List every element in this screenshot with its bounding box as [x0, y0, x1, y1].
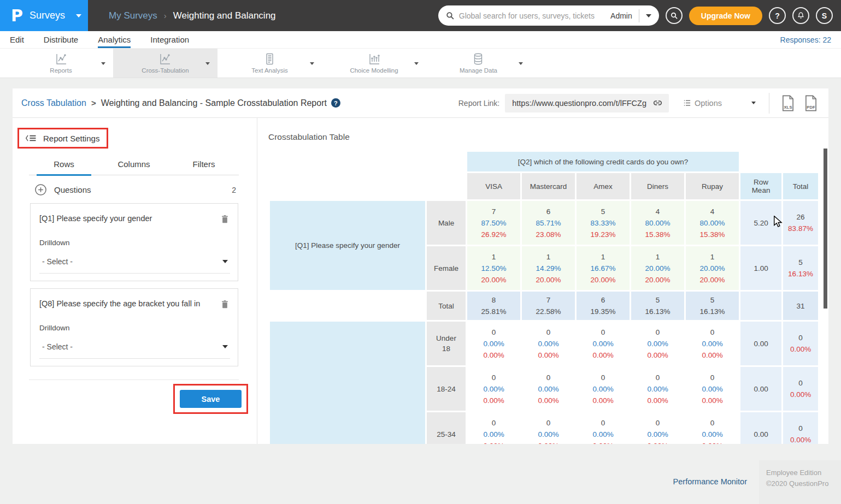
- breadcrumb: My Surveys › Weighting and Balancing: [109, 10, 276, 21]
- row-total-cell: 00.00%: [783, 367, 818, 411]
- delete-question-icon[interactable]: [220, 214, 230, 224]
- chevron-down-icon[interactable]: [310, 62, 314, 65]
- tool-text-analysis[interactable]: Text Analysis: [217, 49, 322, 78]
- report-settings-panel: Report Settings Rows Columns Filters Que…: [13, 118, 257, 444]
- crosstab-cell: 112.50%20.00%: [467, 246, 520, 290]
- report-link-url[interactable]: https://www.questionpro.com/t/lFFCZg: [512, 99, 646, 108]
- chevron-down-icon[interactable]: [101, 62, 105, 65]
- performance-monitor-link[interactable]: Performance Monitor: [673, 477, 747, 486]
- export-xls-button[interactable]: XLS: [780, 94, 796, 112]
- row-total-cell: 00.00%: [783, 322, 818, 365]
- crosstab-cell: 116.67%20.00%: [577, 246, 630, 290]
- search-input[interactable]: [455, 11, 608, 20]
- tool-reports[interactable]: Reports: [9, 49, 113, 78]
- crosstab-cell: 00.00%0.00%: [467, 322, 520, 365]
- chevron-down-icon[interactable]: [414, 62, 419, 65]
- search-icon: [445, 11, 455, 20]
- nav-integration[interactable]: Integration: [150, 31, 189, 48]
- options-dropdown[interactable]: Options: [683, 99, 756, 108]
- chevron-down-icon: [222, 260, 228, 263]
- nav-analytics[interactable]: Analytics: [98, 31, 131, 48]
- vertical-scrollbar[interactable]: [824, 149, 827, 309]
- questions-count: 2: [232, 186, 236, 194]
- crosstab-cell: 114.29%20.00%: [522, 246, 575, 290]
- export-pdf-button[interactable]: PDF: [803, 94, 819, 112]
- column-header: Rupay: [686, 173, 739, 199]
- question-text: [Q8] Please specify the age bracket you …: [39, 299, 220, 308]
- crosstab-breadcrumb-link[interactable]: Cross Tabulation: [21, 98, 86, 108]
- total-row-cell: 825.81%: [467, 292, 520, 320]
- crosstab-cell: 00.00%0.00%: [577, 367, 630, 411]
- help-button[interactable]: ?: [769, 7, 786, 24]
- crosstab-cell: 00.00%0.00%: [686, 322, 739, 365]
- search-scope[interactable]: Admin: [608, 11, 639, 20]
- row-label: Female: [427, 246, 466, 290]
- report-title: Weighting and Balancing - Sample Crossta…: [101, 98, 327, 108]
- product-logo[interactable]: P Surveys: [0, 0, 88, 31]
- tool-manage-data[interactable]: Manage Data: [426, 49, 531, 78]
- help-icon[interactable]: ?: [331, 98, 340, 108]
- save-button[interactable]: Save: [180, 390, 242, 408]
- save-annotation: Save: [173, 384, 248, 414]
- notifications-button[interactable]: [792, 7, 809, 24]
- report-link-field[interactable]: https://www.questionpro.com/t/lFFCZg: [505, 94, 669, 112]
- row-mean-cell: 5.20: [740, 201, 781, 245]
- upgrade-now-button[interactable]: Upgrade Now: [689, 7, 762, 25]
- row-mean-cell: 1.00: [740, 246, 781, 290]
- questionpro-logo-icon: P: [11, 8, 23, 24]
- tab-filters[interactable]: Filters: [169, 159, 239, 175]
- footer: Performance Monitor Employee Edition ©20…: [0, 444, 841, 504]
- crosstab-cell: 685.71%23.08%: [522, 201, 575, 245]
- row-label: 18-24: [427, 367, 466, 411]
- nav-edit[interactable]: Edit: [10, 31, 24, 48]
- crosstab-table: [Q2] which of the following credit cards…: [268, 150, 820, 444]
- row-label: 25-34: [427, 412, 466, 444]
- question-card: [Q1] Please specify your gender Drilldow…: [30, 203, 238, 281]
- questions-label: Questions: [54, 185, 91, 194]
- row-label: Male: [427, 201, 466, 245]
- drilldown-select[interactable]: - Select -: [39, 257, 230, 274]
- drilldown-select[interactable]: - Select -: [39, 342, 230, 359]
- row-label: Under 18: [427, 322, 466, 365]
- crosstab-cell: 00.00%0.00%: [467, 367, 520, 411]
- crosstab-cell: 583.33%19.23%: [577, 201, 630, 245]
- report-panel: Cross Tabulation > Weighting and Balanci…: [13, 88, 828, 444]
- chevron-down-icon[interactable]: [205, 62, 210, 65]
- breadcrumb-separator-icon: >: [91, 98, 96, 108]
- line-chart-icon: [55, 52, 68, 66]
- crosstab-cell: 480.00%15.38%: [686, 201, 739, 245]
- edition-box: Employee Edition ©2020 QuestionPro: [759, 460, 841, 504]
- question-label-cell: [Q1] Please specify your gender: [270, 201, 425, 290]
- add-question-icon[interactable]: [34, 183, 47, 196]
- row-mean-cell: 0.00: [740, 367, 781, 411]
- row-mean-cell: [740, 292, 781, 320]
- collapse-panel-icon[interactable]: [25, 133, 37, 143]
- delete-question-icon[interactable]: [220, 299, 230, 310]
- row-mean-header: Row Mean: [740, 173, 781, 199]
- divider: [769, 93, 769, 114]
- breadcrumb-my-surveys[interactable]: My Surveys: [109, 10, 157, 21]
- question-mark-icon: ?: [775, 11, 780, 20]
- line-chart-icon: [158, 52, 172, 66]
- report-settings-title[interactable]: Report Settings: [43, 134, 99, 143]
- chevron-down-icon[interactable]: [519, 62, 523, 65]
- search-button[interactable]: [666, 7, 683, 24]
- tab-rows[interactable]: Rows: [29, 159, 99, 175]
- document-icon: [263, 52, 276, 66]
- breadcrumb-survey-title: Weighting and Balancing: [173, 10, 276, 21]
- global-search[interactable]: Admin: [438, 5, 659, 26]
- tab-columns[interactable]: Columns: [99, 159, 169, 175]
- drilldown-label: Drilldown: [39, 324, 230, 332]
- tool-cross-tabulation[interactable]: Cross-Tabulation: [113, 49, 217, 78]
- nav-distribute[interactable]: Distribute: [44, 31, 78, 48]
- product-name: Surveys: [30, 10, 65, 21]
- tool-choice-modelling[interactable]: Choice Modelling: [322, 49, 426, 78]
- search-scope-dropdown[interactable]: [639, 5, 659, 26]
- crosstab-cell: 00.00%0.00%: [686, 412, 739, 444]
- total-row-cell: 619.35%: [577, 292, 630, 320]
- account-avatar[interactable]: S: [816, 7, 833, 24]
- row-total-cell: 2683.87%: [783, 201, 818, 245]
- crosstab-cell: 00.00%0.00%: [522, 412, 575, 444]
- link-icon[interactable]: [652, 97, 663, 109]
- report-settings-annotation: Report Settings: [17, 128, 108, 149]
